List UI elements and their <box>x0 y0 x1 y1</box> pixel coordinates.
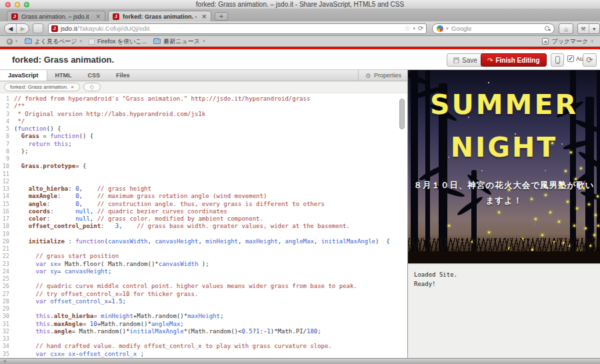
code-line[interactable]: 4 */ <box>0 118 407 125</box>
browser-tab-1[interactable]: J Grass animation. – jsdo.it – Sha... ✕ <box>7 11 105 21</box>
tools-button[interactable]: ⚒ ▾ <box>577 23 600 34</box>
tab-html[interactable]: HTML <box>47 70 80 81</box>
code-line[interactable]: 8 }; <box>0 148 407 155</box>
code-line[interactable]: 9 <box>0 155 407 163</box>
code-line[interactable]: 32 this.angle= Math.random()*initialMaxA… <box>0 328 407 335</box>
code-editor[interactable]: 1// forked from hyperandroid's "Grass an… <box>0 93 407 358</box>
nav-extra-button[interactable] <box>33 23 43 33</box>
line-number: 29 <box>0 305 9 312</box>
url-text[interactable]: jsdo.it/Takayuki.Cofuji/dUQj/edit <box>61 25 402 32</box>
firefly-dot <box>593 234 595 236</box>
grass-blades <box>408 238 600 253</box>
new-tab-button[interactable]: + <box>215 12 228 21</box>
firefly-dot <box>595 214 597 216</box>
forward-button[interactable]: ▶ <box>17 24 28 33</box>
code-line[interactable]: 25 <box>0 275 407 283</box>
tab-close-icon[interactable]: ✕ <box>201 13 207 20</box>
line-number: 1 <box>0 95 9 102</box>
line-number: 27 <box>0 291 9 297</box>
code-line[interactable]: 33 <box>0 335 407 343</box>
tools-dropdown-icon[interactable]: ▾ <box>589 24 599 33</box>
firefly-dot <box>575 178 577 180</box>
code-line[interactable]: 1// forked from hyperandroid's "Grass an… <box>0 95 407 103</box>
code-line[interactable]: 24 var sy= canvasHeight; <box>0 268 407 275</box>
code-lines: 1// forked from hyperandroid's "Grass an… <box>0 95 407 358</box>
code-line[interactable]: 20 initialize : function(canvasWidth, ca… <box>0 238 407 245</box>
line-number: 20 <box>0 238 9 245</box>
back-button[interactable]: ◀ <box>5 24 17 33</box>
bookmark-folder-news[interactable]: 最新ニュース ▾ <box>153 37 205 46</box>
code-line[interactable]: 12 <box>0 178 407 185</box>
line-number: 8 <box>0 148 9 155</box>
code-line[interactable]: 27 // try offset_control_x=10 for thicke… <box>0 291 407 298</box>
editor-scrollbar-thumb[interactable] <box>399 99 405 129</box>
code-line[interactable]: 34 // hand crafted value. modify offset_… <box>0 343 407 350</box>
code-line[interactable]: 18 offset_control_point: 3, // grass bas… <box>0 223 407 230</box>
code-line[interactable]: 5(function() { <box>0 125 407 133</box>
code-line[interactable]: 6 Grass = function() { <box>0 133 407 140</box>
code-line[interactable]: 15 angle: 0, // construction angle. thus… <box>0 201 407 208</box>
code-line[interactable]: 2/** <box>0 103 407 110</box>
line-number: 6 <box>0 133 9 139</box>
line-number: 4 <box>0 118 9 125</box>
code-line[interactable]: 23 var sx= Math.floor( Math.random()*can… <box>0 261 407 268</box>
preview-canvas[interactable]: SUMMER NIGHT ８月１０日、神宮の花火大会で風男塾が歌い ますよ！ <box>408 70 600 263</box>
firefly-dot <box>508 189 510 191</box>
code-line[interactable]: 28 var offset_control_x=1.5; <box>0 298 407 305</box>
code-line[interactable]: 3 * Original version http://labs.hyperan… <box>0 111 407 118</box>
search-engine-dropdown-icon[interactable]: ▾ <box>446 26 449 31</box>
url-field[interactable]: J jsdo.it/Takayuki.Cofuji/dUQj/edit ☆ ▾ … <box>48 23 427 34</box>
line-number: 10 <box>0 163 9 169</box>
preview-reload-button[interactable]: ⟳ <box>583 53 597 67</box>
bookmark-folder-frequent[interactable]: よく見るページ ▾ <box>25 37 83 46</box>
tab-javascript[interactable]: JavaScript <box>0 70 47 81</box>
tab-close-icon[interactable]: ✕ <box>95 13 101 20</box>
tab-files[interactable]: Files <box>108 70 138 81</box>
tab-css[interactable]: CSS <box>80 70 109 81</box>
navigation-bar: ◀ ▶ J jsdo.it/Takayuki.Cofuji/dUQj/edit … <box>0 21 600 36</box>
home-button[interactable]: ⌂ <box>559 23 573 34</box>
poster-title-line2: NIGHT <box>408 131 600 163</box>
finish-editing-button[interactable]: ↷ Finish Editing <box>481 53 547 67</box>
code-line[interactable]: 17 color: null, // grass color. modified… <box>0 215 407 223</box>
add-file-button[interactable]: ◇ <box>83 83 101 91</box>
smartphone-preview-button[interactable] <box>551 53 564 67</box>
url-dropdown-icon[interactable]: ▾ <box>413 26 415 31</box>
code-line[interactable]: 30 this.alto_hierba= minHeight+Math.rand… <box>0 313 407 320</box>
save-button[interactable]: Save <box>447 53 484 67</box>
search-icon[interactable] <box>545 26 550 31</box>
code-line[interactable]: 29 <box>0 305 407 313</box>
code-line[interactable]: 31 this.maxAngle= 10+Math.random()*angle… <box>0 321 407 328</box>
line-number: 23 <box>0 261 9 267</box>
search-field[interactable]: ▾ Google <box>432 23 555 34</box>
properties-button[interactable]: ⚙ Properties <box>358 70 408 81</box>
browser-tab-2[interactable]: J forked: Grass animation. – jsdo.... ✕ <box>108 11 211 21</box>
code-line[interactable]: 16 coords: null, // quadric bezier curve… <box>0 208 407 215</box>
history-menu-button[interactable]: ▾ <box>7 39 18 45</box>
file-pill[interactable]: forked: Grass animation. × <box>4 83 80 91</box>
url-domain: jsdo.it <box>61 25 77 32</box>
bookmark-firefox-tips[interactable]: Firefox を使いこ... <box>89 37 147 46</box>
code-line[interactable]: 14 maxAngle: 0, // maximum grass rotatio… <box>0 193 407 200</box>
file-close-icon[interactable]: × <box>71 84 74 90</box>
code-line[interactable]: 19 <box>0 231 407 238</box>
firefly-dot <box>549 211 551 213</box>
code-line[interactable]: 26 // quadric curve middle control point… <box>0 283 407 290</box>
code-line[interactable]: 11 <box>0 171 407 178</box>
bookmark-star-icon[interactable]: ☆ <box>404 25 410 32</box>
finish-editing-label: Finish Editing <box>495 57 539 64</box>
browser-tab-label: Grass animation. – jsdo.it – Sha... <box>21 13 91 20</box>
line-number: 26 <box>0 283 9 289</box>
log-line: Ready! <box>414 279 600 289</box>
code-line[interactable]: 13 alto_hierba: 0, // grass height <box>0 185 407 193</box>
code-line[interactable]: 10 Grass.prototype= { <box>0 163 407 170</box>
code-line[interactable]: 21 <box>0 245 407 253</box>
checkbox-checked-icon[interactable]: ✓ <box>567 55 574 62</box>
code-line[interactable]: 35 var csx= sx-offset_control_x ; <box>0 351 407 358</box>
bookmarks-menu-button[interactable]: ★ ブックマーク ▾ <box>542 37 593 46</box>
firefly-dot <box>583 187 585 189</box>
code-line[interactable]: 22 // grass start position <box>0 253 407 260</box>
page-reload-icon[interactable]: ⟳ <box>418 25 423 32</box>
addon-bar-close-icon[interactable]: × <box>3 358 7 364</box>
code-line[interactable]: 7 return this; <box>0 141 407 148</box>
